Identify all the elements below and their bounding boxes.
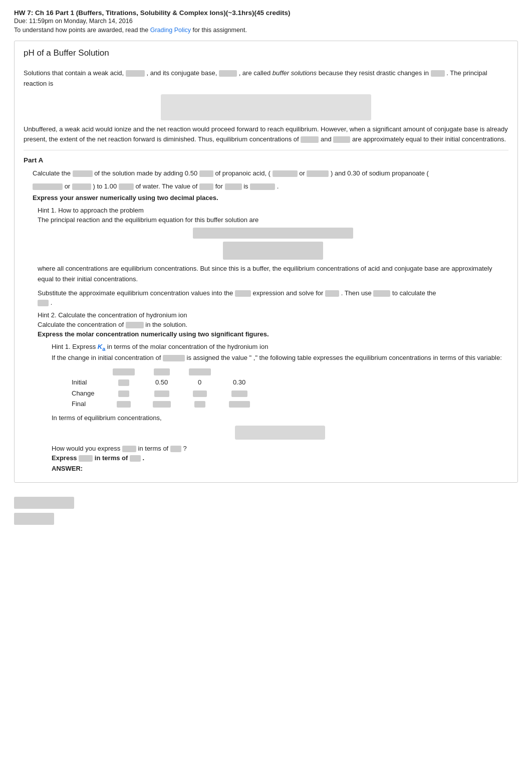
table-row-final: Final: [72, 399, 259, 409]
hw-title: HW 7: Ch 16 Part 1 (Buffers, Titrations,…: [14, 9, 518, 34]
blurred-exlabel: [79, 455, 93, 462]
intro-paragraph-2: Unbuffered, a weak acid would ionize and…: [24, 124, 508, 145]
footer-blurred-2: [14, 513, 54, 525]
blurred-expr2: [170, 446, 181, 452]
grading-policy-link[interactable]: Grading Policy: [150, 27, 191, 34]
hint-2-toggle[interactable]: Hint 2. Calculate the concentration of h…: [38, 311, 508, 319]
grading-policy-line: To understand how points are awarded, re…: [14, 27, 518, 34]
terms-text: In terms of equilibrium concentrations,: [52, 414, 508, 422]
hint1-sub2: .: [38, 299, 508, 306]
hint-1-toggle[interactable]: Hint 1. How to approach the problem: [38, 207, 508, 214]
blurred-th1: [113, 368, 135, 375]
calc-line-2: or ) to 1.00 of water. The value of for …: [33, 181, 508, 192]
blurred-calc6: [72, 183, 91, 190]
blurred-sh1: [163, 355, 185, 361]
blurred-calc7: [119, 183, 134, 190]
sub-hint-1-toggle[interactable]: Hint 1. Express Ka Express K_a in terms …: [52, 343, 508, 352]
blurred-h2-1: [126, 322, 144, 328]
blurred-fin0: [117, 401, 131, 408]
hint1-sub: Substitute the approximate equilibrium c…: [38, 288, 508, 299]
blurred-end: [38, 300, 49, 306]
express-label: Express in terms of .: [52, 454, 508, 462]
blurred-calc1: [73, 170, 93, 177]
hint1-body2: where all concentrations are equilibrium…: [38, 264, 508, 285]
blurred-conc1: [301, 136, 319, 143]
due-date: Due: 11:59pm on Monday, March 14, 2016: [14, 18, 518, 25]
instruction-1: Express your answer numerically using tw…: [33, 194, 508, 202]
calc-line-1: Calculate the of the solution made by ad…: [33, 168, 508, 179]
blurred-th3: [189, 368, 211, 375]
bottom-content: [14, 497, 518, 525]
blurred-calc3: [273, 170, 298, 177]
blurred-ch3: [231, 391, 247, 397]
answer-label: ANSWER:: [52, 465, 508, 472]
hint-2-box: Hint 2. Calculate the concentration of h…: [33, 311, 508, 472]
blurred-calc2: [199, 170, 213, 177]
blurred-fin3: [229, 401, 250, 408]
hint-1-box: Hint 1. How to approach the problem The …: [33, 207, 508, 306]
part-a-content: Calculate the of the solution made by ad…: [33, 168, 508, 472]
blurred-ch0: [118, 391, 129, 397]
ice-table: Initial 0.50 0 0.30: [72, 366, 259, 409]
assignment-title: HW 7: Ch 16 Part 1 (Buffers, Titrations,…: [14, 9, 518, 17]
blurred-ch1: [154, 391, 169, 397]
blurred-calc10: [250, 183, 275, 190]
blurred-conc2: [333, 136, 350, 143]
part-a-label: Part A: [24, 156, 508, 164]
equilibrium-expr-img: [235, 426, 325, 440]
blurred-ph: [431, 70, 445, 77]
ice-table-wrapper: Initial 0.50 0 0.30: [72, 366, 508, 409]
blurred-fin1: [153, 401, 171, 408]
reaction-image: [161, 94, 371, 120]
blurred-base: [219, 70, 237, 77]
express-question: How would you express in terms of ?: [52, 445, 508, 452]
blurred-acid: [126, 70, 145, 77]
blurred-expr1: [122, 446, 136, 452]
blurred-calc4: [307, 170, 329, 177]
section-title: pH of a Buffer Solution: [24, 48, 508, 61]
blurred-calc9: [225, 183, 242, 190]
equation-images: [38, 228, 508, 260]
blurred-ch2: [193, 391, 207, 397]
table-row-initial: Initial 0.50 0 0.30: [72, 377, 259, 387]
hint-2-content: Calculate the concentration of in the so…: [38, 321, 508, 472]
blurred-fin2: [194, 401, 205, 408]
instruction-2: Express the molar concentration numerica…: [38, 330, 508, 338]
blurred-solve: [325, 290, 339, 297]
blurred-use: [373, 290, 390, 297]
sub-hint-1-box: Hint 1. Express Ka Express K_a in terms …: [47, 343, 508, 472]
blurred-init0: [118, 379, 129, 386]
blurred-exlabel2: [130, 455, 141, 462]
eq-img-2: [223, 242, 323, 260]
intro-paragraph-1: Solutions that contain a weak acid, , an…: [24, 68, 508, 89]
section-box: pH of a Buffer Solution Solutions that c…: [14, 41, 518, 483]
blurred-expr: [235, 290, 251, 297]
table-row-change: Change: [72, 387, 259, 398]
blurred-calc8: [199, 183, 213, 190]
footer-blurred-1: [14, 497, 74, 509]
hint-1-content: The principal reaction and the equilibri…: [38, 216, 508, 306]
eq-img-1: [193, 228, 353, 239]
blurred-th2: [154, 368, 170, 375]
blurred-calc5: [33, 183, 63, 190]
sub-hint-1-content: If the change in initial concentration o…: [52, 354, 508, 472]
